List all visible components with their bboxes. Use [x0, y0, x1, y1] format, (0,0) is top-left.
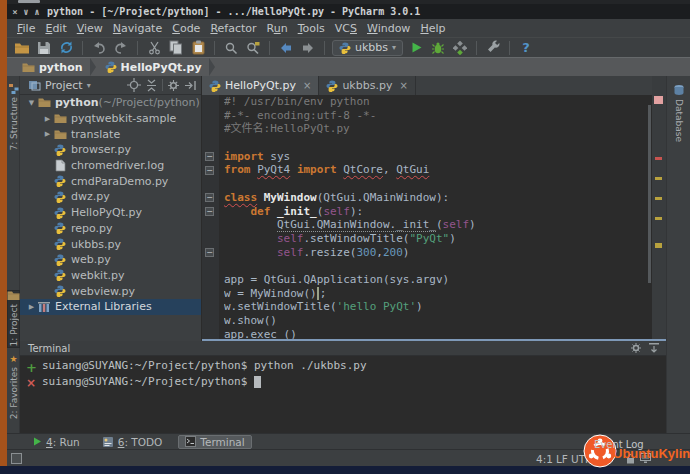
- coverage-button[interactable]: [451, 39, 469, 57]
- copy-button[interactable]: [167, 39, 185, 57]
- error-stripe-square[interactable]: [654, 96, 663, 104]
- tree-item-webkit-py[interactable]: webkit.py: [20, 268, 201, 284]
- title-bar[interactable]: ×∨∧ python - [~/Project/python] - .../He…: [7, 4, 690, 19]
- toolwindow-button-terminal[interactable]: Terminal: [178, 435, 251, 449]
- undo-button[interactable]: [90, 39, 108, 57]
- toggle-tool-buttons-icon[interactable]: [11, 453, 22, 464]
- tab-close-icon[interactable]: ×: [399, 80, 407, 91]
- tree-item-webview-py[interactable]: webview.py: [20, 283, 201, 299]
- menu-refactor[interactable]: Refactor: [205, 21, 261, 36]
- terminal-gear-icon[interactable]: [630, 342, 642, 354]
- menu-vcs[interactable]: VCS: [330, 21, 362, 36]
- menu-tools[interactable]: Tools: [293, 21, 330, 36]
- tree-arrow-icon[interactable]: ▶: [42, 130, 53, 138]
- tree-arrow-icon[interactable]: ▶: [26, 303, 37, 311]
- code-segment: w = MyWindow(): [224, 287, 317, 300]
- tree-item-ukbbs-py[interactable]: ukbbs.py: [20, 236, 201, 252]
- tree-item-external-libraries[interactable]: ▶External Libraries: [20, 299, 201, 315]
- tree-item-repo-py[interactable]: repo.py: [20, 221, 201, 237]
- breadcrumb-hellopyqt-py[interactable]: HelloPyQt.py: [98, 61, 209, 74]
- tree-item-cmdparademo-py[interactable]: cmdParaDemo.py: [20, 173, 201, 189]
- editor-scrollbar[interactable]: [648, 105, 651, 283]
- replace-button[interactable]: [244, 39, 262, 57]
- open-folder-button[interactable]: [13, 39, 31, 57]
- sync-button[interactable]: [57, 39, 75, 57]
- collapse-all-icon[interactable]: [145, 79, 158, 92]
- menu-edit[interactable]: Edit: [40, 21, 71, 36]
- gear-icon[interactable]: [167, 79, 180, 92]
- stripe-button-2-favorites[interactable]: ★2: Favorites: [7, 354, 20, 432]
- settings-button[interactable]: [484, 39, 502, 57]
- python-icon: [53, 254, 67, 266]
- shade-icon[interactable]: ∨: [22, 7, 30, 17]
- tree-item-translate[interactable]: ▶translate: [20, 126, 201, 142]
- tree-item-browser-py[interactable]: browser.py: [20, 142, 201, 158]
- error-stripe-mark[interactable]: [655, 157, 662, 160]
- terminal-header[interactable]: Terminal: [20, 341, 666, 356]
- warning-stripe-mark[interactable]: [655, 217, 662, 220]
- caret-position[interactable]: 4:1: [536, 453, 553, 465]
- tree-item-web-py[interactable]: web.py: [20, 252, 201, 268]
- open-folder-icon: [14, 41, 30, 55]
- editor-tab-ukbbs-py[interactable]: ukbbs.py×: [319, 76, 415, 95]
- tree-arrow-icon[interactable]: ▼: [26, 99, 37, 107]
- redo-button[interactable]: [112, 39, 130, 57]
- terminal-add-icon[interactable]: +: [26, 360, 37, 375]
- tree-item-dwz-py[interactable]: dwz.py: [20, 189, 201, 205]
- locate-icon[interactable]: [127, 78, 141, 92]
- paste-button[interactable]: [189, 39, 207, 57]
- chevron-down-icon[interactable]: ▾: [87, 81, 91, 90]
- stripe-button-7-structure[interactable]: 7: Structure: [7, 84, 20, 164]
- editor-tab-hellopyqt-py[interactable]: HelloPyQt.py×: [202, 76, 319, 95]
- error-stripe[interactable]: [652, 76, 666, 341]
- run-configuration-select[interactable]: ukbbs▾: [332, 40, 403, 56]
- tree-item-pyqtwebkit-sample[interactable]: ▶pyqtwebkit-sample: [20, 111, 201, 127]
- code-area[interactable]: #! /usr/bin/env python#-*- encoding:utf-…: [224, 95, 644, 339]
- menu-file[interactable]: File: [12, 21, 40, 36]
- find-button[interactable]: [222, 39, 240, 57]
- fold-marker-icon[interactable]: −: [205, 152, 214, 161]
- hide-panel-icon[interactable]: [648, 342, 660, 354]
- menu-run[interactable]: Run: [262, 21, 293, 36]
- toolwindow-button-6-todo[interactable]: 6: TODO: [96, 435, 169, 449]
- stripe-button-database[interactable]: Database: [667, 84, 690, 176]
- fold-marker-icon[interactable]: −: [205, 207, 214, 216]
- forward-button[interactable]: [299, 39, 317, 57]
- tree-item-python[interactable]: ▼python (~/Project/python): [20, 95, 201, 111]
- code-segment: app = QtGui.QApplication(sys.argv): [224, 273, 449, 286]
- menu-help[interactable]: Help: [415, 21, 450, 36]
- fold-marker-icon[interactable]: −: [205, 193, 214, 202]
- tree-item-hellopyqt-py[interactable]: HelloPyQt.py: [20, 205, 201, 221]
- close-icon[interactable]: ×: [11, 7, 19, 17]
- breadcrumb-python[interactable]: python: [15, 61, 90, 74]
- tab-close-icon[interactable]: ×: [303, 80, 311, 91]
- line-separator[interactable]: LF: [556, 453, 568, 465]
- debug-button[interactable]: [429, 39, 447, 57]
- menu-window[interactable]: Window: [362, 21, 415, 36]
- fold-marker-icon[interactable]: −: [205, 248, 214, 257]
- terminal-close-icon[interactable]: ×: [26, 376, 36, 390]
- cut-button[interactable]: [145, 39, 163, 57]
- editor-gutter[interactable]: −−−−−: [202, 95, 219, 339]
- back-button[interactable]: [277, 39, 295, 57]
- menu-navigate[interactable]: Navigate: [108, 21, 167, 36]
- toolwindow-button-4-run[interactable]: 4: Run: [27, 435, 86, 449]
- tree-item-chromedriver-log[interactable]: chromedriver.log: [20, 158, 201, 174]
- dock-pin-icon[interactable]: [184, 79, 197, 92]
- code-segment: w.show(): [224, 314, 277, 327]
- menu-view[interactable]: View: [72, 21, 108, 36]
- tree-arrow-icon[interactable]: ▶: [42, 115, 53, 123]
- run-button[interactable]: [407, 39, 425, 57]
- help-button[interactable]: ?: [517, 39, 535, 57]
- stripe-button-1-project[interactable]: 1: Project: [7, 290, 20, 348]
- fold-marker-icon[interactable]: −: [205, 166, 214, 175]
- warning-stripe-mark[interactable]: [655, 197, 662, 200]
- menu-code[interactable]: Code: [167, 21, 205, 36]
- save-button[interactable]: [35, 39, 53, 57]
- window-controls[interactable]: ×∨∧: [11, 7, 41, 17]
- maximize-icon[interactable]: ∧: [33, 7, 41, 17]
- warning-stripe-mark[interactable]: [655, 243, 662, 248]
- terminal-output[interactable]: suiang@SUYANG:~/Project/python$ python .…: [42, 358, 367, 390]
- terminal-body[interactable]: + × suiang@SUYANG:~/Project/python$ pyth…: [20, 356, 666, 433]
- warning-stripe-mark[interactable]: [655, 177, 662, 180]
